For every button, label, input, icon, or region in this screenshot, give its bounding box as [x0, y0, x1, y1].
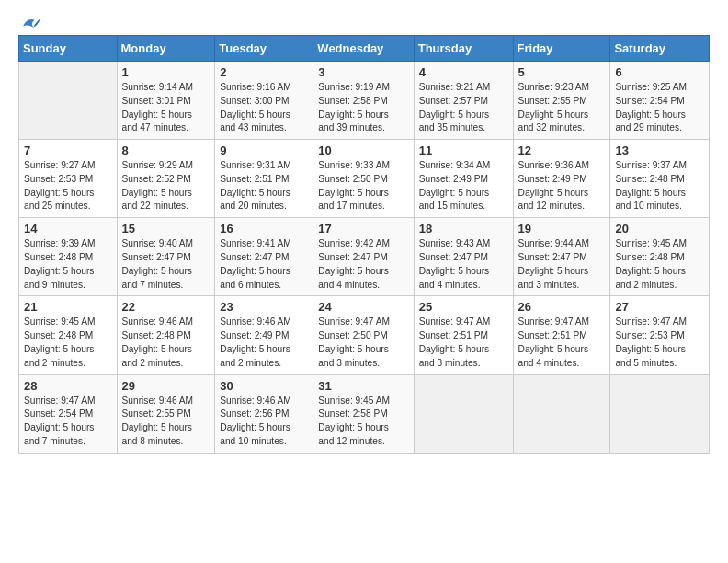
day-number: 29: [122, 379, 210, 393]
day-number: 8: [122, 144, 210, 157]
calendar-cell: 21Sunrise: 9:45 AM Sunset: 2:48 PM Dayli…: [19, 296, 118, 374]
day-number: 6: [615, 65, 704, 79]
day-number: 20: [615, 222, 704, 236]
calendar-cell: 25Sunrise: 9:47 AM Sunset: 2:51 PM Dayli…: [414, 296, 513, 374]
calendar-header-thursday: Thursday: [414, 36, 513, 62]
day-info: Sunrise: 9:23 AM Sunset: 2:55 PM Dayligh…: [518, 81, 606, 135]
calendar-cell: 16Sunrise: 9:41 AM Sunset: 2:47 PM Dayli…: [215, 218, 313, 296]
logo: [18, 15, 40, 28]
calendar-header-saturday: Saturday: [610, 36, 710, 62]
day-number: 10: [318, 144, 408, 157]
day-number: 30: [220, 379, 308, 393]
day-info: Sunrise: 9:45 AM Sunset: 2:58 PM Dayligh…: [318, 395, 408, 449]
calendar-cell: 11Sunrise: 9:34 AM Sunset: 2:49 PM Dayli…: [414, 140, 513, 218]
calendar-cell: 1Sunrise: 9:14 AM Sunset: 3:01 PM Daylig…: [117, 62, 215, 140]
calendar-header-row: SundayMondayTuesdayWednesdayThursdayFrid…: [19, 36, 710, 62]
calendar-cell: 20Sunrise: 9:45 AM Sunset: 2:48 PM Dayli…: [610, 218, 710, 296]
calendar-cell: 12Sunrise: 9:36 AM Sunset: 2:49 PM Dayli…: [513, 140, 610, 218]
day-info: Sunrise: 9:46 AM Sunset: 2:48 PM Dayligh…: [122, 316, 210, 370]
calendar-cell: 27Sunrise: 9:47 AM Sunset: 2:53 PM Dayli…: [610, 296, 710, 374]
day-info: Sunrise: 9:47 AM Sunset: 2:51 PM Dayligh…: [518, 316, 606, 370]
day-info: Sunrise: 9:33 AM Sunset: 2:50 PM Dayligh…: [318, 159, 408, 213]
header: [18, 15, 710, 28]
day-info: Sunrise: 9:42 AM Sunset: 2:47 PM Dayligh…: [318, 237, 408, 292]
day-info: Sunrise: 9:47 AM Sunset: 2:51 PM Dayligh…: [419, 316, 508, 370]
day-info: Sunrise: 9:19 AM Sunset: 2:58 PM Dayligh…: [318, 81, 408, 135]
day-info: Sunrise: 9:14 AM Sunset: 3:01 PM Dayligh…: [122, 81, 210, 135]
day-info: Sunrise: 9:37 AM Sunset: 2:48 PM Dayligh…: [615, 159, 704, 213]
day-info: Sunrise: 9:31 AM Sunset: 2:51 PM Dayligh…: [220, 159, 308, 213]
day-number: 25: [419, 300, 508, 314]
day-info: Sunrise: 9:40 AM Sunset: 2:47 PM Dayligh…: [122, 237, 210, 292]
calendar-cell: 5Sunrise: 9:23 AM Sunset: 2:55 PM Daylig…: [513, 62, 610, 140]
day-info: Sunrise: 9:29 AM Sunset: 2:52 PM Dayligh…: [122, 159, 210, 213]
day-number: 12: [518, 144, 606, 157]
day-number: 23: [220, 300, 308, 314]
calendar-cell: 30Sunrise: 9:46 AM Sunset: 2:56 PM Dayli…: [215, 374, 313, 453]
day-info: Sunrise: 9:25 AM Sunset: 2:54 PM Dayligh…: [615, 81, 704, 135]
day-number: 5: [518, 65, 606, 79]
calendar-cell: [414, 374, 513, 453]
calendar-header-monday: Monday: [117, 36, 215, 62]
day-number: 4: [419, 65, 508, 79]
calendar-cell: 17Sunrise: 9:42 AM Sunset: 2:47 PM Dayli…: [313, 218, 414, 296]
calendar-cell: 26Sunrise: 9:47 AM Sunset: 2:51 PM Dayli…: [513, 296, 610, 374]
day-number: 22: [122, 300, 210, 314]
day-number: 18: [419, 222, 508, 236]
day-info: Sunrise: 9:47 AM Sunset: 2:53 PM Dayligh…: [615, 316, 704, 370]
day-info: Sunrise: 9:27 AM Sunset: 2:53 PM Dayligh…: [24, 159, 112, 213]
calendar-cell: 24Sunrise: 9:47 AM Sunset: 2:50 PM Dayli…: [313, 296, 414, 374]
day-info: Sunrise: 9:43 AM Sunset: 2:47 PM Dayligh…: [419, 237, 508, 292]
logo-bird-icon: [20, 15, 40, 31]
calendar-header-wednesday: Wednesday: [313, 36, 414, 62]
day-number: 28: [24, 379, 112, 393]
calendar: SundayMondayTuesdayWednesdayThursdayFrid…: [18, 35, 710, 454]
calendar-cell: 23Sunrise: 9:46 AM Sunset: 2:49 PM Dayli…: [215, 296, 313, 374]
calendar-cell: 7Sunrise: 9:27 AM Sunset: 2:53 PM Daylig…: [19, 140, 118, 218]
day-number: 15: [122, 222, 210, 236]
day-number: 19: [518, 222, 606, 236]
day-number: 21: [24, 300, 112, 314]
calendar-cell: 9Sunrise: 9:31 AM Sunset: 2:51 PM Daylig…: [215, 140, 313, 218]
day-number: 13: [615, 144, 704, 157]
calendar-cell: 15Sunrise: 9:40 AM Sunset: 2:47 PM Dayli…: [117, 218, 215, 296]
day-number: 9: [220, 144, 308, 157]
calendar-cell: 19Sunrise: 9:44 AM Sunset: 2:47 PM Dayli…: [513, 218, 610, 296]
day-number: 1: [122, 65, 210, 79]
calendar-cell: 3Sunrise: 9:19 AM Sunset: 2:58 PM Daylig…: [313, 62, 414, 140]
calendar-cell: 18Sunrise: 9:43 AM Sunset: 2:47 PM Dayli…: [414, 218, 513, 296]
day-number: 26: [518, 300, 606, 314]
calendar-cell: 31Sunrise: 9:45 AM Sunset: 2:58 PM Dayli…: [313, 374, 414, 453]
day-number: 27: [615, 300, 704, 314]
calendar-cell: 29Sunrise: 9:46 AM Sunset: 2:55 PM Dayli…: [117, 374, 215, 453]
calendar-cell: 28Sunrise: 9:47 AM Sunset: 2:54 PM Dayli…: [19, 374, 118, 453]
day-info: Sunrise: 9:44 AM Sunset: 2:47 PM Dayligh…: [518, 237, 606, 292]
day-info: Sunrise: 9:39 AM Sunset: 2:48 PM Dayligh…: [24, 237, 112, 292]
day-info: Sunrise: 9:46 AM Sunset: 2:49 PM Dayligh…: [220, 316, 308, 370]
day-number: 7: [24, 144, 112, 157]
day-info: Sunrise: 9:16 AM Sunset: 3:00 PM Dayligh…: [220, 81, 308, 135]
day-info: Sunrise: 9:47 AM Sunset: 2:54 PM Dayligh…: [24, 395, 112, 449]
calendar-week-row: 21Sunrise: 9:45 AM Sunset: 2:48 PM Dayli…: [19, 296, 710, 374]
calendar-cell: [513, 374, 610, 453]
calendar-cell: 14Sunrise: 9:39 AM Sunset: 2:48 PM Dayli…: [19, 218, 118, 296]
day-info: Sunrise: 9:45 AM Sunset: 2:48 PM Dayligh…: [24, 316, 112, 370]
day-info: Sunrise: 9:45 AM Sunset: 2:48 PM Dayligh…: [615, 237, 704, 292]
calendar-week-row: 7Sunrise: 9:27 AM Sunset: 2:53 PM Daylig…: [19, 140, 710, 218]
calendar-header-friday: Friday: [513, 36, 610, 62]
day-number: 3: [318, 65, 408, 79]
calendar-week-row: 14Sunrise: 9:39 AM Sunset: 2:48 PM Dayli…: [19, 218, 710, 296]
day-info: Sunrise: 9:41 AM Sunset: 2:47 PM Dayligh…: [220, 237, 308, 292]
calendar-week-row: 1Sunrise: 9:14 AM Sunset: 3:01 PM Daylig…: [19, 62, 710, 140]
day-number: 11: [419, 144, 508, 157]
day-number: 14: [24, 222, 112, 236]
day-number: 16: [220, 222, 308, 236]
calendar-cell: 22Sunrise: 9:46 AM Sunset: 2:48 PM Dayli…: [117, 296, 215, 374]
calendar-cell: [19, 62, 118, 140]
day-info: Sunrise: 9:21 AM Sunset: 2:57 PM Dayligh…: [419, 81, 508, 135]
calendar-header-tuesday: Tuesday: [215, 36, 313, 62]
calendar-cell: [610, 374, 710, 453]
day-number: 24: [318, 300, 408, 314]
day-info: Sunrise: 9:36 AM Sunset: 2:49 PM Dayligh…: [518, 159, 606, 213]
calendar-header-sunday: Sunday: [19, 36, 118, 62]
